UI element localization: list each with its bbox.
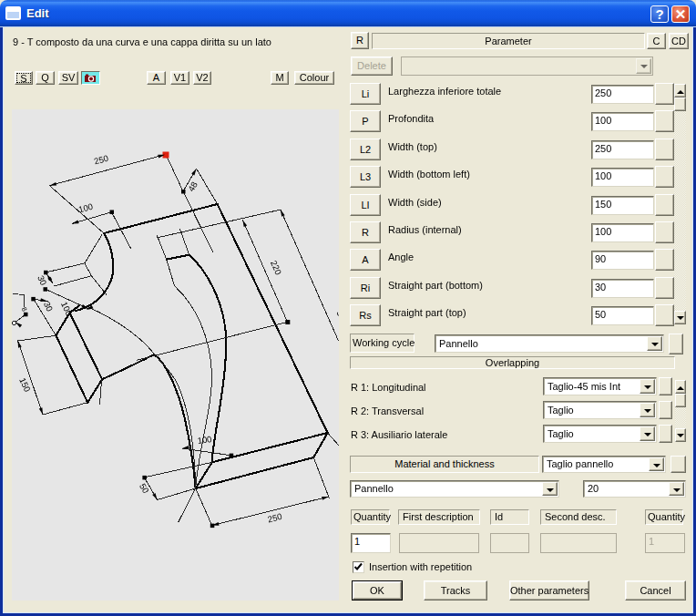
svg-text:50: 50 bbox=[335, 309, 339, 322]
svg-text:250: 250 bbox=[93, 153, 109, 167]
svg-text:30: 30 bbox=[36, 273, 48, 286]
svg-text:50: 50 bbox=[138, 481, 151, 495]
svg-text:220: 220 bbox=[269, 259, 283, 276]
svg-text:8: 8 bbox=[20, 306, 29, 313]
svg-text:100: 100 bbox=[197, 434, 212, 446]
svg-text:100: 100 bbox=[77, 201, 94, 215]
svg-text:30: 30 bbox=[42, 300, 55, 313]
svg-text:48: 48 bbox=[186, 180, 200, 193]
svg-text:250: 250 bbox=[267, 511, 283, 525]
svg-text:100: 100 bbox=[59, 300, 75, 317]
